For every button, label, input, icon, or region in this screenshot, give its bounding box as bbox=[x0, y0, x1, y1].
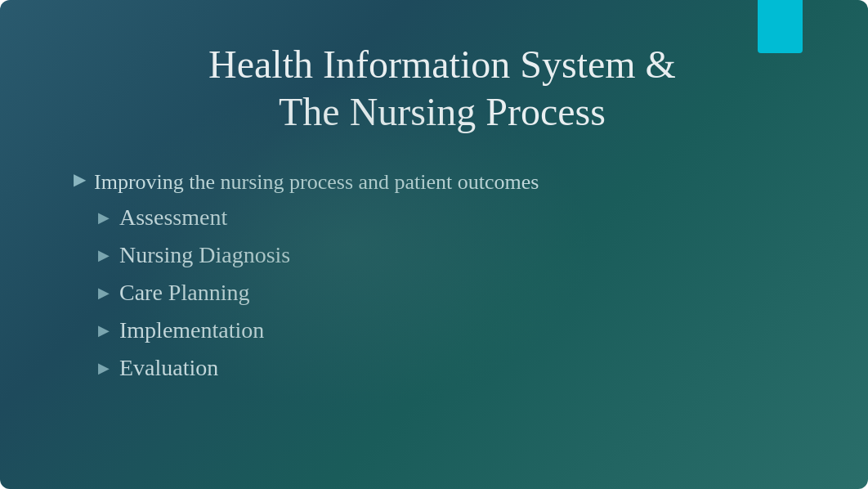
sub-bullet-arrow-nursing-diagnosis: ▶ bbox=[98, 246, 110, 264]
main-bullet-arrow: ▶ bbox=[74, 169, 86, 189]
sub-bullet-implementation: ▶Implementation bbox=[98, 317, 819, 343]
sub-bullet-care-planning: ▶Care Planning bbox=[98, 280, 819, 306]
sub-bullet-assessment: ▶Assessment bbox=[98, 204, 819, 231]
sub-bullet-arrow-assessment: ▶ bbox=[98, 209, 110, 227]
sub-bullet-arrow-care-planning: ▶ bbox=[98, 284, 110, 302]
sub-bullet-arrow-implementation: ▶ bbox=[98, 321, 110, 339]
content-section: ▶ Improving the nursing process and pati… bbox=[65, 168, 819, 392]
main-bullet: ▶ Improving the nursing process and pati… bbox=[74, 168, 819, 197]
sub-bullet-evaluation: ▶Evaluation bbox=[98, 355, 819, 381]
title-line2: The Nursing Process bbox=[279, 90, 606, 133]
sub-bullet-arrow-evaluation: ▶ bbox=[98, 359, 110, 377]
sub-bullets-list: ▶Assessment▶Nursing Diagnosis▶Care Plann… bbox=[98, 204, 819, 381]
sub-bullet-text-care-planning: Care Planning bbox=[119, 280, 249, 306]
title-line1: Health Information System & bbox=[208, 43, 676, 86]
main-bullet-text: Improving the nursing process and patien… bbox=[94, 168, 539, 197]
sub-bullet-text-implementation: Implementation bbox=[119, 317, 264, 343]
sub-bullet-nursing-diagnosis: ▶Nursing Diagnosis bbox=[98, 242, 819, 268]
sub-bullet-text-evaluation: Evaluation bbox=[119, 355, 218, 381]
accent-decoration bbox=[758, 0, 803, 53]
slide-title: Health Information System & The Nursing … bbox=[164, 41, 720, 135]
sub-bullet-text-nursing-diagnosis: Nursing Diagnosis bbox=[119, 242, 290, 268]
title-section: Health Information System & The Nursing … bbox=[65, 41, 819, 135]
sub-bullet-text-assessment: Assessment bbox=[119, 204, 227, 231]
slide: Health Information System & The Nursing … bbox=[0, 0, 868, 489]
